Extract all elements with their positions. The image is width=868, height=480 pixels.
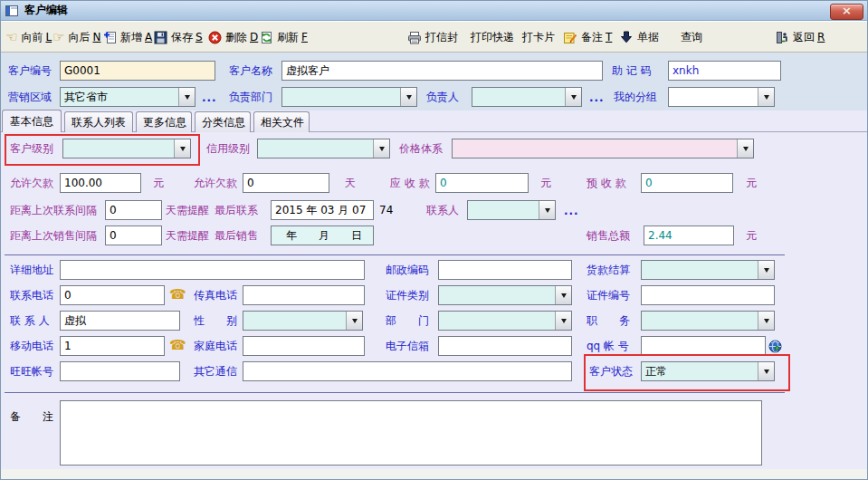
home-phone-field[interactable] [243,336,365,356]
combo-value [439,286,555,304]
gender-combo[interactable] [243,311,363,331]
mnemonic-field[interactable] [668,61,781,81]
manager-combo[interactable] [472,87,582,107]
phone-dial-icon[interactable]: ☎ [169,336,186,356]
hand-right-icon: ☞ [52,31,64,44]
delete-button[interactable]: 删除 D [207,27,258,47]
gender-label: 性 别 [194,311,237,331]
query-button[interactable]: 查询 [681,27,702,47]
dropdown-arrow-icon[interactable] [178,88,195,106]
customer-status-combo[interactable]: 正常 [641,361,775,381]
last-sale-date-field[interactable] [271,226,374,245]
zipcode-field[interactable] [438,260,572,280]
allow-debt-days-field[interactable] [243,173,329,193]
unit-yuan: 元 [746,226,757,245]
globe-icon[interactable] [768,336,783,356]
window-title: 客户编辑 [24,3,68,18]
manager-more-button[interactable]: ... [589,91,605,110]
button-label: 查询 [681,30,702,45]
unit-yuan: 元 [746,173,757,193]
return-button[interactable]: 返回 R [775,27,825,47]
receivable-field[interactable] [435,173,529,193]
dropdown-arrow-icon[interactable] [758,88,774,106]
nav-next-button[interactable]: ☞ 向后 N [52,27,100,47]
combo-value [642,312,758,330]
tab-basic-info[interactable]: 基本信息 [2,110,62,132]
remark-textarea[interactable] [60,400,762,466]
fax-field[interactable] [243,285,365,305]
mobile-field[interactable] [60,336,165,356]
credit-level-combo[interactable] [257,139,390,158]
email-field[interactable] [438,336,572,356]
phone-dial-icon[interactable]: ☎ [169,285,186,305]
arrow-down-icon [619,30,634,44]
allow-debt-amount-field[interactable] [60,173,141,193]
combo-value [243,312,346,330]
price-system-combo[interactable] [452,139,754,158]
print-card-button[interactable]: 打卡片 [522,27,555,47]
tab-category-info[interactable]: 分类信息 [195,111,251,132]
combo-value [472,88,565,106]
mobile-label: 移动电话 [10,336,53,356]
last-contact-date-field[interactable] [271,200,374,220]
close-button[interactable]: × [830,4,863,20]
refresh-button[interactable]: 刷新 F [259,27,308,47]
total-sales-field[interactable] [644,226,734,245]
phone-field[interactable] [60,285,165,305]
dropdown-arrow-icon[interactable] [555,312,571,330]
dropdown-arrow-icon[interactable] [737,139,753,158]
documents-button[interactable]: 单据 [619,27,659,47]
button-label: 删除 [225,30,247,45]
notes-button[interactable]: 备注 T [563,27,612,47]
dropdown-arrow-icon[interactable] [400,88,416,106]
customer-status-label: 客户状态 [589,361,633,381]
contact-more-button[interactable]: ... [564,204,579,224]
qq-field[interactable] [641,336,766,356]
dept-combo[interactable] [281,87,417,107]
department-combo[interactable] [438,311,572,331]
accel-key: T [606,31,612,43]
qq-label: qq 帐 号 [587,336,629,356]
dropdown-arrow-icon[interactable] [174,139,190,158]
tab-more-info[interactable]: 更多信息 [136,111,192,132]
position-combo[interactable] [641,311,775,331]
print-envelope-button[interactable]: 打信封 [407,27,458,47]
dropdown-arrow-icon[interactable] [758,312,774,330]
other-comm-field[interactable] [243,361,572,381]
customer-level-combo[interactable] [62,139,191,158]
dropdown-arrow-icon[interactable] [555,286,571,304]
payment-settle-label: 货款结算 [587,260,630,280]
delete-circle-icon [207,30,222,44]
combo-value [468,201,539,219]
dropdown-arrow-icon[interactable] [758,261,774,279]
id-type-combo[interactable] [438,285,572,305]
address-field[interactable] [60,260,365,280]
my-group-combo[interactable] [668,87,775,107]
new-button[interactable]: 新增 A [102,27,152,47]
id-number-field[interactable] [641,285,775,305]
last-contact-interval-field[interactable] [105,200,162,220]
contact-name-field[interactable] [60,311,180,331]
customer-id-field[interactable] [60,61,215,81]
customer-name-field[interactable] [281,61,603,81]
payment-settle-combo[interactable] [641,260,775,280]
save-button[interactable]: 保存 S [153,27,203,47]
region-more-button[interactable]: ... [202,91,217,110]
dropdown-arrow-icon[interactable] [539,201,555,219]
last-sale-interval-field[interactable] [105,226,162,245]
dropdown-arrow-icon[interactable] [346,312,362,330]
nav-prev-button[interactable]: ☜ 向前 L [5,27,52,47]
print-express-button[interactable]: 打印快递 [471,27,514,47]
prepaid-field[interactable] [641,173,733,193]
dropdown-arrow-icon[interactable] [373,139,389,158]
dropdown-arrow-icon[interactable] [565,88,581,106]
contact-select-combo[interactable] [467,200,556,220]
wangwang-field[interactable] [60,361,180,381]
department-label: 部 门 [386,311,429,331]
tab-related-files[interactable]: 相关文件 [253,111,310,132]
button-label: 打卡片 [522,30,555,45]
dropdown-arrow-icon[interactable] [758,362,774,380]
combo-value [439,312,555,330]
region-combo[interactable]: 其它省市 [60,87,196,107]
tab-contact-list[interactable]: 联系人列表 [64,111,133,132]
